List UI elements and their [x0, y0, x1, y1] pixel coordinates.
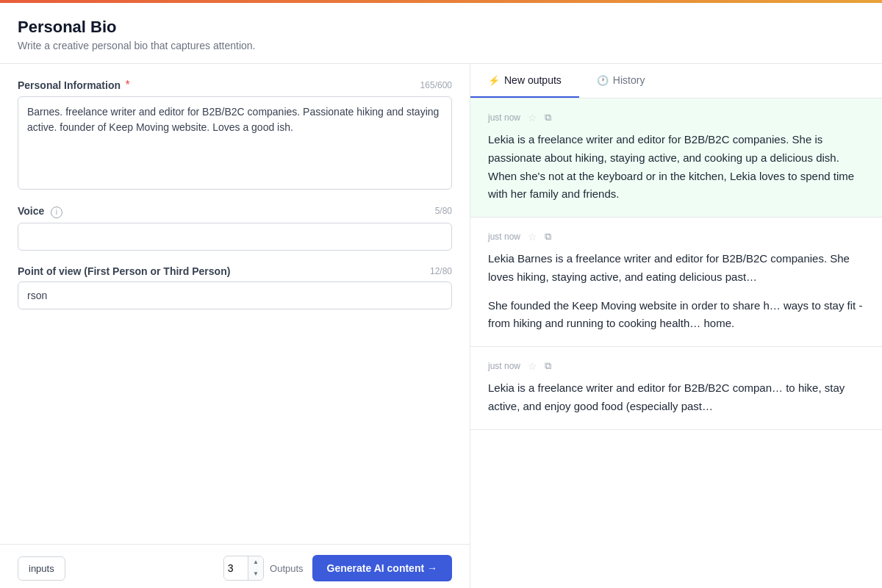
page-title: Personal Bio [18, 18, 864, 37]
star-icon-1[interactable]: ☆ [528, 112, 537, 123]
personal-info-input[interactable]: Barnes. freelance writer and editor for … [18, 96, 452, 190]
page-header: Personal Bio Write a creative personal b… [0, 3, 882, 64]
voice-field: Voice i 5/80 [18, 204, 452, 251]
voice-char-count: 5/80 [435, 206, 452, 216]
pov-input[interactable] [18, 282, 452, 309]
pov-field: Point of view (First Person or Third Per… [18, 265, 452, 309]
required-indicator: * [125, 79, 129, 91]
tab-history[interactable]: 🕐 History [579, 64, 663, 98]
hide-inputs-label: inputs [29, 563, 54, 574]
increment-button[interactable]: ▲ [248, 556, 263, 568]
outputs-control: ▲ ▼ Outputs [223, 556, 304, 581]
voice-input[interactable] [18, 223, 452, 251]
personal-info-char-count: 165/600 [420, 80, 452, 90]
outputs-count-control[interactable]: ▲ ▼ [223, 556, 264, 581]
copy-icon-3[interactable]: ⧉ [545, 360, 551, 372]
tabs-bar: ⚡ New outputs 🕐 History [470, 64, 882, 98]
generate-label: Generate AI content → [327, 562, 437, 574]
personal-info-label: Personal Information * [18, 79, 130, 92]
page-subtitle: Write a creative personal bio that captu… [18, 40, 864, 51]
output-text-3: Lekia is a freelance writer and editor f… [488, 379, 864, 416]
output-item-1: just now ☆ ⧉ Lekia is a freelance writer… [470, 98, 882, 218]
outputs-count-input[interactable] [224, 558, 248, 578]
lightning-icon: ⚡ [488, 75, 500, 86]
tab-new-outputs[interactable]: ⚡ New outputs [470, 64, 579, 98]
star-icon-2[interactable]: ☆ [528, 231, 537, 243]
voice-info-icon[interactable]: i [51, 207, 62, 218]
bottom-bar: inputs ▲ ▼ Outputs Generate AI content → [0, 544, 470, 588]
copy-icon-2[interactable]: ⧉ [545, 231, 551, 243]
outputs-label: Outputs [270, 563, 304, 574]
output-time-1: just now [488, 112, 520, 123]
star-icon-3[interactable]: ☆ [528, 360, 537, 372]
personal-info-header: Personal Information * 165/600 [18, 79, 452, 92]
generate-button[interactable]: Generate AI content → [312, 555, 452, 581]
clock-icon: 🕐 [597, 75, 609, 86]
left-panel: Personal Information * 165/600 Barnes. f… [0, 64, 470, 588]
output-time-2: just now [488, 232, 520, 242]
pov-header: Point of view (First Person or Third Per… [18, 265, 452, 277]
tab-new-outputs-label: New outputs [504, 74, 562, 86]
voice-header: Voice i 5/80 [18, 204, 452, 218]
hide-inputs-button[interactable]: inputs [18, 556, 65, 581]
output-time-3: just now [488, 361, 520, 371]
number-spinners: ▲ ▼ [248, 556, 263, 580]
right-panel: ⚡ New outputs 🕐 History just now ☆ ⧉ Lek… [470, 64, 882, 588]
output-meta-2: just now ☆ ⧉ [488, 231, 864, 243]
pov-char-count: 12/80 [430, 266, 452, 276]
output-item-3: just now ☆ ⧉ Lekia is a freelance writer… [470, 347, 882, 430]
copy-icon-1[interactable]: ⧉ [545, 112, 551, 123]
output-text-2: Lekia Barnes is a freelance writer and e… [488, 250, 864, 333]
output-text-1: Lekia is a freelance writer and editor f… [488, 131, 864, 204]
tab-history-label: History [613, 74, 645, 86]
outputs-list: just now ☆ ⧉ Lekia is a freelance writer… [470, 98, 882, 588]
output-meta-3: just now ☆ ⧉ [488, 360, 864, 372]
personal-info-field: Personal Information * 165/600 Barnes. f… [18, 79, 452, 190]
output-meta-1: just now ☆ ⧉ [488, 112, 864, 123]
pov-label: Point of view (First Person or Third Per… [18, 265, 230, 277]
main-layout: Personal Information * 165/600 Barnes. f… [0, 64, 882, 588]
decrement-button[interactable]: ▼ [248, 568, 263, 580]
output-item-2: just now ☆ ⧉ Lekia Barnes is a freelance… [470, 218, 882, 347]
voice-label-wrapper: Voice i [18, 204, 62, 218]
